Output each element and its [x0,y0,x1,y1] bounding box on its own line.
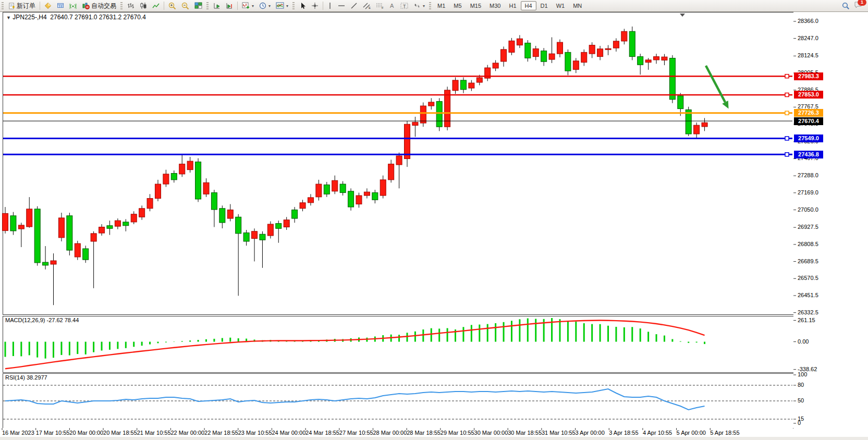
svg-text:F: F [382,6,384,9]
new-order-label: 新订单 [17,2,35,10]
text-label-tool-button[interactable]: T [398,1,411,11]
zoom-out-icon [181,2,189,10]
bottom-strip [0,437,868,440]
timeframe-button-M5[interactable]: M5 [449,1,466,10]
bar-chart-icon [127,2,135,9]
auto-trading-button[interactable]: 自动交易 [79,1,119,11]
timeframe-button-MN[interactable]: MN [569,1,586,10]
horizontal-line-tool-button[interactable] [335,1,348,11]
fibonacci-icon: F [376,2,384,9]
new-order-icon [8,3,15,9]
crosshair-tool-button[interactable] [309,1,321,11]
chart-shift-icon [226,2,233,9]
zoom-in-button[interactable] [166,1,179,11]
new-chart-button[interactable]: ▾ [239,1,256,11]
dropdown-caret-icon: ▾ [252,4,254,8]
rsi-value: 38.2977 [27,374,47,381]
dropdown-caret-icon: ▾ [268,4,271,8]
timeframe-button-D1[interactable]: D1 [536,1,552,10]
signals-icon [69,2,77,9]
crosshair-icon [311,2,319,9]
macd-values: -27.62 78.44 [46,317,79,323]
candlestick-mode-button[interactable] [137,1,150,11]
rsi-pane[interactable] [3,373,794,429]
auto-trading-icon [82,2,90,9]
collapse-triangle-icon[interactable]: ▼ [6,15,11,20]
toolbar-separator [164,2,164,10]
channel-tool-button[interactable]: E [360,1,373,11]
bar-chart-mode-button[interactable] [125,1,137,11]
cursor-icon [299,2,306,9]
auto-scroll-icon [213,2,221,9]
line-chart-mode-button[interactable] [150,1,162,11]
navigator-button[interactable] [54,1,67,11]
timeframe-group: M1M5M15M30H1H4D1W1MN [433,1,586,10]
equidistant-channel-icon: E [363,2,371,9]
chart-ohlc-quotes: 27640.7 27691.0 27631.2 27670.4 [50,14,146,21]
candlestick-chart-icon [140,2,147,9]
text-label-icon: T [400,2,408,9]
x-axis[interactable] [3,428,793,437]
chart-symbol-period: JPN225-,H4 [13,14,46,21]
fibonacci-tool-button[interactable]: F [373,1,386,11]
new-order-button[interactable]: 新订单 [6,1,38,11]
template-button[interactable]: ▾ [273,1,291,11]
periods-button[interactable]: ▾ [256,1,273,11]
new-chart-icon [242,2,250,9]
arrows-icon [413,2,421,9]
search-icon[interactable] [842,2,850,10]
toolbar-separator [40,2,40,10]
vertical-line-icon [327,2,333,9]
toolbar-grip [429,2,431,10]
rsi-indicator-label: RSI(14) 38.2977 [5,374,47,381]
line-chart-icon [152,2,160,9]
svg-text:E: E [369,6,371,9]
toolbar-grip [292,2,295,10]
template-icon [276,2,284,9]
toolbar-separator [237,2,238,10]
trendline-icon [350,2,358,9]
timeframe-button-M30[interactable]: M30 [485,1,505,10]
timeframe-button-H1[interactable]: H1 [505,1,520,10]
svg-text:A: A [390,3,394,9]
timeframe-button-M1[interactable]: M1 [433,1,449,10]
text-icon: A [389,2,395,9]
trendline-tool-button[interactable] [348,1,360,11]
horizontal-line-icon [338,3,345,8]
toolbar-grip [2,2,4,10]
main-toolbar: 新订单 自动交易 [0,0,868,12]
chart-title: ▼ JPN225-,H4 27640.7 27691.0 27631.2 276… [6,14,146,21]
signals-button[interactable] [67,1,79,11]
market-watch-button[interactable] [42,1,54,11]
timeframe-button-W1[interactable]: W1 [552,1,569,10]
clock-icon [259,2,266,9]
main-chart-pane[interactable] [3,12,794,315]
market-watch-icon [44,2,52,9]
zoom-in-icon [168,2,176,10]
chart-shift-button[interactable] [223,1,236,11]
timeframe-button-M15[interactable]: M15 [466,1,485,10]
arrows-tool-button[interactable]: ▾ [411,1,427,11]
timeframe-button-H4[interactable]: H4 [521,1,536,10]
toolbar-separator [323,2,323,10]
zoom-out-button[interactable] [179,1,192,11]
navigator-icon [57,2,64,9]
dropdown-caret-icon: ▾ [286,4,288,8]
toolbar-grip [206,2,209,10]
price-axis[interactable] [793,12,868,437]
rsi-name: RSI(14) [5,374,25,381]
tile-windows-button[interactable] [192,1,205,11]
svg-text:T: T [403,4,406,9]
auto-trading-label: 自动交易 [91,2,116,10]
cursor-tool-button[interactable] [297,1,309,11]
text-tool-button[interactable]: A [386,1,398,11]
macd-name: MACD(12,26,9) [5,317,45,323]
notifications-button[interactable]: 1 [854,1,863,10]
dropdown-caret-icon: ▾ [423,4,425,8]
macd-pane[interactable] [3,316,794,373]
auto-scroll-button[interactable] [211,1,223,11]
notification-badge: 1 [858,0,866,6]
vertical-line-tool-button[interactable] [325,1,335,11]
macd-indicator-label: MACD(12,26,9) -27.62 78.44 [5,317,79,323]
tile-windows-icon [194,2,202,9]
